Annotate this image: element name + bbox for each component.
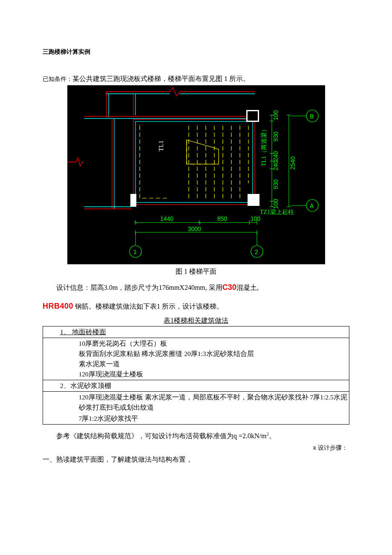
c30-text: C30 [222, 283, 236, 292]
table-caption: 表1楼梯相关建筑做法 [43, 315, 349, 326]
tl1-note: TL1（两道梁） [261, 126, 267, 166]
figure-wrap: TL1 100 930 240 240 930 100 2540 TL1（两道梁… [67, 85, 325, 264]
dim-3000: 3000 [188, 225, 201, 232]
cad-svg: TL1 100 930 240 240 930 100 2540 TL1（两道梁… [67, 85, 325, 264]
dim-100a: 100 [251, 215, 261, 222]
condition-line: 已知条件：某公共建筑三跑现浇板式楼梯，楼梯平面布置见图 1 所示。 [43, 73, 349, 84]
row1-head: 1、 地面砖楼面 [43, 326, 349, 338]
condition-label: 已知条件： [43, 75, 72, 82]
design-info-pre: 设计信息：层高3.0m，踏步尺寸为176mmX240mm, 采用 [56, 284, 222, 291]
design-info-line1: 设计信息：层高3.0m，踏步尺寸为176mmX240mm, 采用C30混凝土, [43, 281, 349, 294]
design-steps-label: k 设计步骤： [43, 443, 349, 453]
design-info-post: 混凝土, [236, 284, 259, 291]
row2-indent [43, 391, 77, 413]
condition-text: 某公共建筑三跑现浇板式楼梯，楼梯平面布置见图 1 所示。 [72, 75, 250, 82]
svg-rect-27 [130, 194, 136, 207]
axis-A: A [310, 202, 314, 209]
ref-pre: 参考《建筑结构荷载规范》，可知设计均布活荷载标准值为q [56, 432, 237, 439]
step-1: 一、熟读建筑平面图，了解建筑做法与结构布置， [43, 454, 349, 465]
dim-2540: 2540 [289, 156, 296, 170]
dim-100-bot: 100 [272, 199, 279, 209]
dim-100-top: 100 [272, 110, 279, 120]
row2-head: 2、水泥砂浆顶棚 [43, 380, 349, 391]
construction-table: 1、 地面砖楼面 10厚磨光花岗石（大理石）板 板背面刮水泥浆粘贴 稀水泥浆擦缝 [43, 326, 349, 425]
tl1-label: TL1 [158, 140, 164, 151]
design-info-rest: 钢筋。楼梯建筑做法如下表1 所示，设计该楼梯。 [73, 303, 223, 310]
axis-B: B [310, 113, 314, 120]
dim-850: 850 [217, 215, 228, 222]
row2b-indent [43, 413, 77, 425]
axis-2: 2 [255, 249, 258, 255]
svg-rect-14 [135, 121, 253, 202]
dim-930-bot: 930 [272, 179, 279, 189]
svg-rect-24 [248, 194, 259, 206]
dim-240a: 240 [272, 151, 279, 161]
ref-period: 。 [269, 432, 276, 439]
row1-body: 10厚磨光花岗石（大理石）板 板背面刮水泥浆粘贴 稀水泥浆擦缝 20厚1:3水泥… [77, 338, 349, 380]
svg-rect-13 [133, 119, 255, 205]
ref-eq: =2.0kN/m [237, 432, 266, 439]
tz1-label: TZ1梁上起柱 [260, 209, 294, 215]
axis-1: 1 [133, 249, 137, 255]
svg-marker-23 [187, 140, 219, 164]
load-reference: 参考《建筑结构荷载规范》，可知设计均布活荷载标准值为q =2.0kN/m2。 [43, 431, 349, 442]
dim-930-top: 930 [272, 131, 279, 142]
dim-1440: 1440 [160, 215, 173, 222]
row2-body: 120厚现浇混凝土楼板 素水泥浆一道，局部底板不平时，聚合物水泥砂浆找补 7厚1… [77, 391, 349, 413]
hrb-text: HRB400 [43, 302, 73, 310]
row1-indent [43, 338, 77, 380]
row2-body2: 7厚1:2水泥砂浆找平 [77, 413, 349, 425]
floor-plan-diagram: TL1 100 930 240 240 930 100 2540 TL1（两道梁… [67, 85, 325, 264]
figure-caption: 图 1 楼梯平面 [43, 266, 349, 277]
page-title: 三跑楼梯计算实例 [43, 47, 349, 56]
svg-rect-26 [248, 111, 258, 121]
design-info-line2: HRB400 钢筋。楼梯建筑做法如下表1 所示，设计该楼梯。 [43, 300, 349, 312]
dim-240b: 240 [272, 160, 279, 171]
